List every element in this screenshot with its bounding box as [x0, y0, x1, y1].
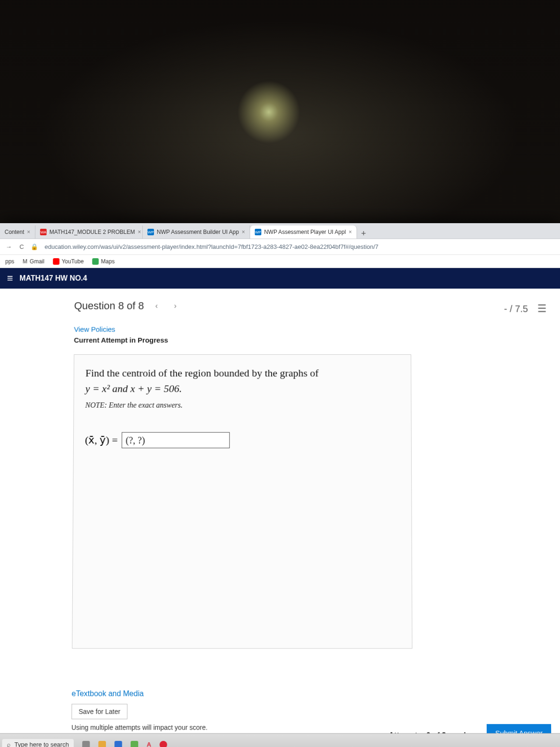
- youtube-icon: [53, 258, 59, 265]
- question-note: NOTE: Enter the exact answers.: [85, 401, 400, 409]
- lock-icon: 🔒: [31, 243, 38, 250]
- prompt-line2: y = x² and x + y = 506.: [85, 382, 182, 394]
- bookmarks-prefix: pps: [5, 258, 14, 265]
- question-card: Find the centroid of the region bounded …: [72, 354, 413, 648]
- score-display: - / 7.5 ☰: [504, 303, 547, 315]
- address-bar: → C 🔒 education.wiley.com/was/ui/v2/asse…: [0, 239, 560, 255]
- content-area: - / 7.5 ☰ Question 8 of 8 ‹ › View Polic…: [0, 289, 560, 747]
- round-icon[interactable]: [160, 740, 167, 747]
- ambient-background: [0, 0, 560, 224]
- answer-input[interactable]: [121, 432, 230, 448]
- reload-icon[interactable]: C: [18, 242, 26, 251]
- menu-icon[interactable]: ≡: [7, 273, 13, 283]
- bookmark-label: YouTube: [62, 258, 84, 265]
- question-prompt: Find the centroid of the region bounded …: [85, 365, 400, 396]
- new-tab-button[interactable]: +: [357, 229, 370, 239]
- search-icon: ⌕: [7, 741, 11, 747]
- question-header: Question 8 of 8 ‹ ›: [74, 300, 548, 315]
- favicon-icon: WA: [40, 229, 47, 235]
- bookmark-label: Maps: [101, 258, 114, 265]
- maps-icon: [92, 258, 98, 265]
- mail-icon[interactable]: [114, 740, 122, 747]
- attempt-status: Current Attempt in Progress: [74, 336, 548, 344]
- answer-line: (x̄, ȳ) =: [85, 432, 400, 448]
- windows-taskbar: ⌕ Type here to search A: [0, 733, 560, 747]
- bookmark-label: Gmail: [30, 258, 44, 265]
- a-icon[interactable]: A: [147, 741, 151, 747]
- save-for-later-button[interactable]: Save for Later: [71, 704, 127, 719]
- nav-forward-icon[interactable]: →: [4, 242, 13, 251]
- prev-question-button[interactable]: ‹: [150, 300, 162, 312]
- close-icon[interactable]: ×: [349, 229, 352, 235]
- bookmark-maps[interactable]: Maps: [92, 258, 114, 265]
- explorer-icon[interactable]: [98, 740, 106, 747]
- app-title-bar: ≡ MATH147 HW NO.4: [0, 268, 560, 289]
- tab-label: MATH147_MODULE 2 PROBLEM: [49, 229, 135, 235]
- close-icon[interactable]: ×: [27, 229, 30, 235]
- prompt-line1: Find the centroid of the region bounded …: [85, 367, 319, 379]
- browser-window: Content × WA MATH147_MODULE 2 PROBLEM × …: [0, 223, 560, 747]
- question-list-icon[interactable]: ☰: [537, 303, 546, 315]
- tab-nwp-player[interactable]: WP NWP Assessment Player UI Appl ×: [250, 226, 357, 239]
- score-value: - / 7.5: [504, 303, 528, 314]
- close-icon[interactable]: ×: [242, 229, 245, 235]
- tab-label: Content: [5, 229, 24, 235]
- favicon-icon: WP: [255, 229, 261, 235]
- tab-label: NWP Assessment Builder UI App: [157, 229, 239, 235]
- favicon-icon: WP: [147, 229, 154, 235]
- next-question-button[interactable]: ›: [169, 300, 182, 312]
- tab-content[interactable]: Content ×: [0, 226, 35, 239]
- search-placeholder: Type here to search: [14, 741, 69, 747]
- taskview-icon[interactable]: [82, 740, 90, 747]
- url-text[interactable]: education.wiley.com/was/ui/v2/assessment…: [45, 243, 556, 250]
- bookmarks-bar: pps M Gmail YouTube Maps: [0, 255, 560, 268]
- taskbar-search[interactable]: ⌕ Type here to search: [2, 739, 74, 747]
- tab-nwp-builder[interactable]: WP NWP Assessment Builder UI App ×: [143, 226, 250, 239]
- question-heading: Question 8 of 8: [74, 300, 144, 312]
- etextbook-link[interactable]: eTextbook and Media: [71, 690, 551, 698]
- tab-math147-module2[interactable]: WA MATH147_MODULE 2 PROBLEM ×: [35, 226, 143, 239]
- bookmark-gmail[interactable]: M Gmail: [23, 258, 45, 265]
- tab-strip: Content × WA MATH147_MODULE 2 PROBLEM × …: [0, 223, 560, 239]
- bookmark-youtube[interactable]: YouTube: [53, 258, 84, 265]
- close-icon[interactable]: ×: [138, 229, 141, 235]
- tab-label: NWP Assessment Player UI Appl: [264, 229, 346, 235]
- browser-icon[interactable]: [131, 740, 138, 747]
- answer-lhs: (x̄, ȳ) =: [85, 434, 118, 446]
- gmail-prefix: M: [23, 258, 28, 265]
- assignment-title: MATH147 HW NO.4: [20, 274, 87, 282]
- impact-line1: Using multiple attempts will impact your…: [71, 724, 208, 731]
- view-policies-link[interactable]: View Policies: [74, 325, 547, 333]
